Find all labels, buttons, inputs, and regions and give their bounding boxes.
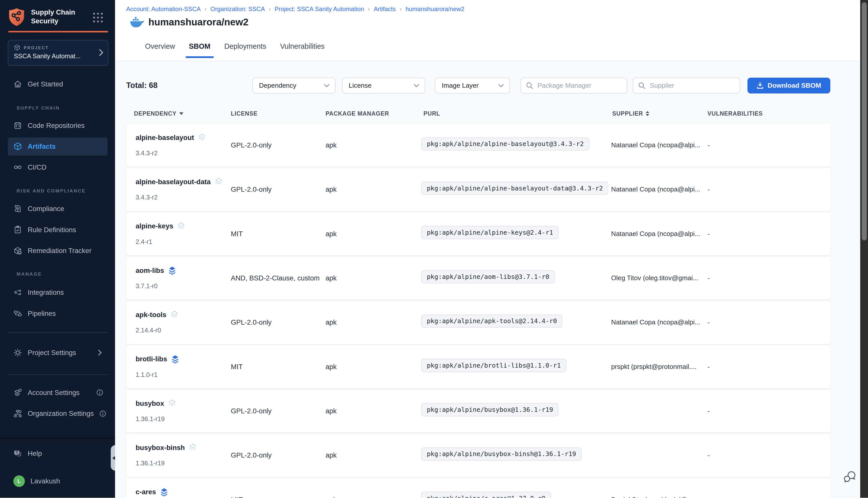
license-cell: MIT bbox=[231, 363, 243, 371]
sidebar-item-pipelines[interactable]: Pipelines bbox=[8, 304, 107, 323]
supplier-search[interactable] bbox=[633, 78, 740, 94]
table-row[interactable]: brotli-libs 1.1.0-r1 MIT apk pkg:apk/a bbox=[126, 345, 831, 388]
project-selector[interactable]: PROJECT SSCA Sanity Automat... bbox=[8, 40, 108, 66]
sidebar-item-code-repositories[interactable]: Code Repositories bbox=[8, 117, 107, 135]
breadcrumb-account[interactable]: Account: Automation-SSCA bbox=[126, 5, 201, 13]
supplier-cell: Natanael Copa (ncopa@alpi... bbox=[611, 318, 709, 326]
sidebar-item-compliance[interactable]: Compliance bbox=[8, 200, 107, 218]
vulnerabilities-cell: - bbox=[708, 185, 710, 194]
search-icon bbox=[638, 82, 645, 89]
tab-sbom[interactable]: SBOM bbox=[189, 42, 211, 58]
dependency-name: busybox bbox=[136, 399, 176, 408]
license-cell: GPL-2.0-only bbox=[231, 451, 271, 459]
breadcrumb-project[interactable]: Project: SSCA Sanity Automation bbox=[275, 5, 364, 13]
table-row[interactable]: aom-libs 3.7.1-r0 AND, BSD-2-Clause, cus… bbox=[126, 257, 831, 300]
dependency-name: apk-tools bbox=[136, 311, 178, 319]
sidebar-item-artifacts[interactable]: Artifacts bbox=[8, 137, 107, 156]
sidebar-item-help[interactable]: ? Help bbox=[8, 445, 107, 462]
sidebar-item-rule-definitions[interactable]: Rule Definitions bbox=[8, 221, 107, 239]
package-manager-cell: apk bbox=[325, 451, 336, 459]
vulnerabilities-cell: - bbox=[708, 230, 710, 238]
user-menu[interactable]: L Lavakush bbox=[8, 472, 107, 490]
sidebar-divider bbox=[8, 375, 107, 375]
breadcrumb-organization[interactable]: Organization: SSCA bbox=[211, 5, 265, 13]
total-count: Total: 68 bbox=[126, 81, 158, 90]
docker-icon bbox=[130, 16, 144, 28]
package-manager-search-input[interactable] bbox=[533, 82, 627, 90]
purl-chip[interactable]: pkg:apk/alpine/aom-libs@3.7.1-r0 bbox=[421, 270, 555, 284]
package-manager-cell: apk bbox=[325, 141, 336, 149]
breadcrumb-separator: › bbox=[269, 5, 271, 13]
table-row[interactable]: alpine-keys 2.4-r1 MIT apk pkg:apk/alp bbox=[126, 212, 831, 255]
info-icon[interactable] bbox=[99, 410, 106, 417]
table-row[interactable]: apk-tools 2.14.4-r0 GPL-2.0-only apk p bbox=[126, 301, 831, 344]
chat-support-button[interactable] bbox=[843, 470, 857, 484]
breadcrumb-artifacts[interactable]: Artifacts bbox=[374, 5, 396, 13]
layers-icon bbox=[171, 355, 179, 363]
purl-chip[interactable]: pkg:apk/alpine/alpine-keys@2.4-r1 bbox=[421, 226, 559, 239]
vulnerabilities-cell: - bbox=[708, 141, 710, 149]
license-cell: AND, BSD-2-Clause, custom bbox=[231, 274, 320, 282]
vulnerabilities-cell: - bbox=[708, 407, 710, 415]
supplier-cell: Oleg Titov (oleg.titov@gmai... bbox=[611, 274, 709, 282]
integrations-icon bbox=[13, 288, 22, 297]
purl-chip[interactable]: pkg:apk/alpine/busybox-binsh@1.36.1-r19 bbox=[421, 447, 582, 461]
breadcrumb-artifact-name[interactable]: humanshuarora/new2 bbox=[405, 5, 464, 13]
infinity-icon bbox=[13, 163, 22, 172]
package-manager-cell: apk bbox=[325, 185, 336, 194]
table-row[interactable]: busybox 1.36.1-r19 GPL-2.0-only apk pk bbox=[126, 390, 831, 433]
column-header-dependency[interactable]: DEPENDENCY bbox=[134, 110, 183, 117]
page-title: humanshuarora/new2 bbox=[148, 16, 249, 28]
sidebar-item-get-started[interactable]: Get Started bbox=[8, 75, 107, 93]
sidebar-item-integrations[interactable]: Integrations bbox=[8, 284, 107, 301]
purl-chip[interactable]: pkg:apk/alpine/alpine-baselayout-data@3.… bbox=[421, 182, 608, 195]
page-scrollbar[interactable] bbox=[860, 0, 868, 498]
license-filter-dropdown[interactable]: License bbox=[342, 78, 425, 94]
sidebar-item-label: Account Settings bbox=[28, 389, 80, 397]
app-grid-icon[interactable] bbox=[92, 12, 104, 23]
tab-vulnerabilities[interactable]: Vulnerabilities bbox=[280, 42, 324, 58]
package-manager-cell: apk bbox=[325, 318, 336, 326]
supplier-search-input[interactable] bbox=[645, 82, 740, 90]
sidebar-item-label: Remediation Tracker bbox=[28, 247, 91, 255]
column-header-supplier[interactable]: SUPPLIER bbox=[612, 110, 650, 117]
package-manager-cell: apk bbox=[325, 230, 336, 238]
sidebar-bottom-divider bbox=[0, 437, 115, 438]
sidebar-item-label: Artifacts bbox=[28, 143, 56, 150]
dependency-name: alpine-keys bbox=[136, 222, 186, 231]
main-content: Account: Automation-SSCA › Organization:… bbox=[115, 0, 868, 498]
collapse-arrow-icon bbox=[112, 456, 115, 460]
dependency-filter-dropdown[interactable]: Dependency bbox=[252, 78, 336, 94]
purl-chip[interactable]: pkg:apk/alpine/apk-tools@2.14.4-r0 bbox=[421, 315, 562, 328]
sidebar-item-cicd[interactable]: CI/CD bbox=[8, 158, 107, 176]
supplier-cell: Daniel Stenberg (daniel@... bbox=[611, 496, 709, 498]
artifacts-box-icon bbox=[13, 142, 22, 151]
purl-chip[interactable]: pkg:apk/alpine/busybox@1.36.1-r19 bbox=[421, 403, 559, 416]
document-search-icon bbox=[13, 204, 22, 213]
chevron-down-icon bbox=[498, 84, 504, 87]
dropdown-value: Image Layer bbox=[436, 82, 479, 90]
table-row[interactable]: busybox-binsh 1.36.1-r19 GPL-2.0-only ap… bbox=[126, 434, 831, 477]
sort-both-icon bbox=[646, 111, 649, 116]
dependency-version: 2.4-r1 bbox=[136, 238, 152, 246]
table-row[interactable]: alpine-baselayout 3.4.3-r2 GPL-2.0-only … bbox=[126, 124, 831, 167]
image-layer-filter-dropdown[interactable]: Image Layer bbox=[435, 78, 510, 94]
download-sbom-button[interactable]: Download SBOM bbox=[747, 78, 831, 94]
column-header-vulnerabilities: VULNERABILITIES bbox=[708, 110, 763, 117]
purl-chip[interactable]: pkg:apk/alpine/alpine-baselayout@3.4.3-r… bbox=[421, 137, 589, 150]
package-manager-search[interactable] bbox=[520, 78, 627, 94]
sidebar-item-organization-settings[interactable]: Organization Settings bbox=[8, 405, 107, 423]
help-chat-icon: ? bbox=[13, 449, 22, 458]
sidebar-item-remediation-tracker[interactable]: Remediation Tracker bbox=[8, 242, 107, 260]
info-icon[interactable] bbox=[96, 389, 103, 396]
table-row[interactable]: c-ares MIT apk pkg:apk/alpine/c-ares@ bbox=[126, 479, 831, 498]
tab-deployments[interactable]: Deployments bbox=[224, 42, 266, 58]
dependency-version: 3.7.1-r0 bbox=[136, 283, 158, 290]
tab-overview[interactable]: Overview bbox=[145, 42, 175, 58]
scrollbar-thumb[interactable] bbox=[862, 2, 867, 240]
sidebar-item-project-settings[interactable]: Project Settings bbox=[8, 344, 107, 362]
purl-chip[interactable]: pkg:apk/alpine/brotli-libs@1.1.0-r1 bbox=[421, 359, 566, 372]
purl-chip[interactable]: pkg:apk/alpine/c-ares@1.37.0-r0 bbox=[421, 492, 551, 498]
table-row[interactable]: alpine-baselayout-data 3.4.3-r2 GPL-2.0-… bbox=[126, 168, 831, 211]
sidebar-item-account-settings[interactable]: Account Settings bbox=[8, 384, 107, 402]
